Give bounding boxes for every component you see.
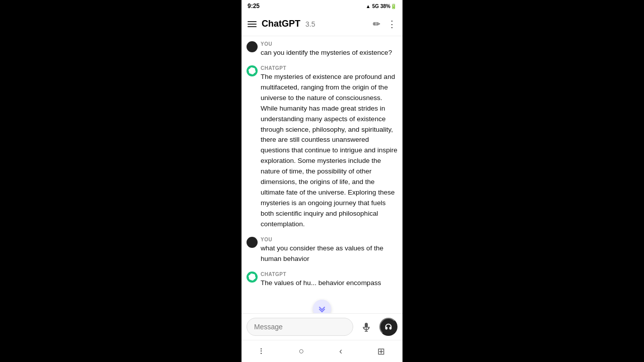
menu-button[interactable]	[248, 21, 257, 27]
header-actions: ✏ ⋮	[373, 19, 396, 30]
svg-rect-3	[366, 328, 367, 329]
message-row-1: YOU can you identify the mysteries of ex…	[247, 41, 397, 58]
headphone-button[interactable]	[379, 318, 397, 336]
message-row-2: CHATGPT The mysteries of existence are p…	[247, 65, 397, 230]
status-time: 9:25	[248, 3, 260, 10]
sender-label-3: YOU	[261, 237, 397, 242]
status-icons: ▲ 5G 38%🔋	[366, 4, 396, 9]
sender-label-4: CHATGPT	[261, 272, 397, 277]
status-bar: 9:25 ▲ 5G 38%🔋	[242, 0, 403, 12]
svg-rect-0	[365, 323, 368, 328]
message-text-4: The values of hu... behavior encompass	[261, 278, 397, 289]
header-left: ChatGPT 3.5	[248, 19, 315, 29]
message-group-4: CHATGPT The values of hu... behavior enc…	[247, 272, 397, 289]
sender-label-1: YOU	[261, 41, 397, 47]
message-group-3: YOU what you consider these as values of…	[247, 237, 397, 264]
app-version: 3.5	[305, 20, 315, 28]
chatgpt-avatar-2	[247, 272, 258, 283]
signal-icon: ▲	[366, 4, 371, 9]
message-group-2: CHATGPT The mysteries of existence are p…	[247, 65, 397, 230]
app-title: ChatGPT	[262, 19, 300, 29]
nav-apps-icon[interactable]: ⊞	[377, 346, 385, 357]
battery-icon: 38%🔋	[380, 4, 396, 9]
svg-rect-4	[368, 327, 369, 328]
message-group-1: YOU can you identify the mysteries of ex…	[247, 41, 397, 58]
nav-home-icon[interactable]: ○	[299, 346, 304, 356]
message-text-1: can you identify the mysteries of existe…	[261, 48, 397, 58]
message-text-3: what you consider these as values of the…	[261, 243, 397, 264]
message-text-2: The mysteries of existence are profound …	[261, 72, 397, 230]
svg-rect-5	[364, 327, 365, 328]
message-row-4: CHATGPT The values of hu... behavior enc…	[247, 272, 397, 289]
nav-menu-icon[interactable]: ⫶	[259, 346, 264, 356]
message-input[interactable]	[247, 318, 353, 336]
message-row-3: YOU what you consider these as values of…	[247, 237, 397, 264]
chat-area: YOU can you identify the mysteries of ex…	[242, 36, 403, 313]
user-avatar-2	[247, 237, 258, 248]
sender-label-2: CHATGPT	[261, 65, 397, 71]
nav-back-icon[interactable]: ‹	[339, 346, 342, 356]
user-avatar	[247, 41, 258, 52]
more-menu-button[interactable]: ⋮	[387, 19, 396, 30]
network-icon: 5G	[372, 4, 379, 9]
navigation-bar: ⫶ ○ ‹ ⊞	[242, 340, 403, 362]
app-header: ChatGPT 3.5 ✏ ⋮	[242, 12, 403, 36]
edit-button[interactable]: ✏	[373, 19, 380, 30]
input-bar	[242, 313, 403, 340]
mic-button[interactable]	[357, 318, 375, 336]
chatgpt-avatar	[247, 65, 258, 76]
